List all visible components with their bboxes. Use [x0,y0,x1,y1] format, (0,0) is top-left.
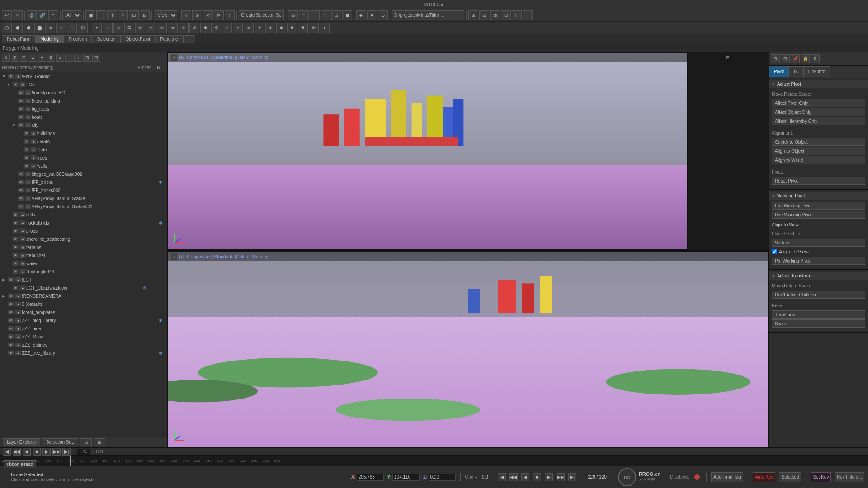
render-btn[interactable]: ◈ [356,10,366,20]
close-layer-btn[interactable]: ✕ [2,54,10,62]
tab-selection[interactable]: Selection [92,35,120,43]
mirror-btn[interactable]: ⊲ [203,10,213,20]
working-pivot-header[interactable]: Working Pivot [769,192,868,200]
tree-item-boats[interactable]: 👁 ● boats [0,113,167,121]
scale-btn[interactable]: ⊡ [129,10,139,20]
tab-object-paint[interactable]: Object Paint [121,35,155,43]
scale-btn2[interactable]: Scale [772,319,865,328]
graph-btn[interactable]: ≡ [299,10,309,20]
tree-item-default[interactable]: 👁 ● 0 (default) [0,300,167,308]
play-back-btn[interactable]: ◀ [23,448,31,456]
named-sel-btn[interactable]: ⊞ [288,10,298,20]
timeline-playhead[interactable] [70,456,71,466]
play-btn[interactable]: ▶ [42,448,51,456]
adjust-pivot-header[interactable]: Adjust Pivot [769,80,868,88]
vis-render[interactable]: ● [30,155,37,160]
vis-eye[interactable]: 👁 [18,114,24,120]
status-next-end-btn[interactable]: ▶| [568,473,576,481]
pin-working-pivot-btn[interactable]: Pin Working Pivot [772,257,865,265]
status-play-back-btn[interactable]: ◀ [521,473,529,481]
vis-eye[interactable]: 👁 [8,277,14,282]
expand-arrow[interactable]: ▼ [6,82,12,87]
mesh-tool9[interactable]: ✯ [179,23,189,33]
undo-btn[interactable]: ↩ [2,10,12,20]
affect-object-only-btn[interactable]: Affect Object Only [772,108,865,116]
layer-btn3[interactable]: ▲ [29,54,37,62]
sel-set-btn2[interactable]: ⊞ [94,438,105,446]
select-region-btn[interactable]: ⬚ [96,10,106,20]
tab-rebusfarm[interactable]: RebusFarm [2,35,35,43]
vis-eye[interactable]: 👁 [8,350,14,356]
tab-plus[interactable]: + [183,35,196,43]
vis-eye[interactable]: 👁 [18,188,24,193]
vis-render[interactable]: ● [30,139,37,144]
layer-explorer-tab[interactable]: Layer Explorer [3,438,40,446]
vis-eye[interactable]: 👁 [18,196,24,201]
tree-item-trebuchet[interactable]: 👁 ● trebuchet [0,251,167,259]
vis-render[interactable]: ● [19,261,26,266]
mesh-tool16[interactable]: ✶ [255,23,264,33]
tree-item-city[interactable]: ▼ 👁 ● city [0,121,167,129]
selected-btn[interactable]: Selected [779,472,801,482]
layer-btn9[interactable]: ⊞ [83,54,91,62]
mesh-tool2[interactable]: ✧ [103,23,113,33]
tree-item-zzz-tree-library[interactable]: 👁 ● ZZZ_tree_library ❄ [0,349,167,357]
vis-render[interactable]: ● [15,277,21,282]
mesh-tool17[interactable]: ✷ [265,23,275,33]
tree-item-forest-templates[interactable]: 👁 ● forest_templates [0,308,167,316]
vis-render[interactable]: ● [15,310,21,315]
transform-btn[interactable]: Transform [772,310,865,319]
vis-eye[interactable]: 👁 [18,171,24,177]
asset3-btn[interactable]: ⊠ [490,10,500,20]
status-next-key-btn[interactable]: ▶▶ [557,473,565,481]
vis-eye[interactable]: 👁 [23,139,29,144]
mesh-tool11[interactable]: ✱ [200,23,210,33]
vis-render[interactable]: ● [15,326,21,331]
mat-btn[interactable]: ● [367,10,377,20]
vis-eye[interactable]: 👁 [12,244,19,250]
tree-item-flockofbirds[interactable]: 👁 ● flockofbirds ❄ [0,219,167,227]
rp-tab-linkinfo[interactable]: Link Info [803,66,830,77]
vis-eye[interactable]: 👁 [12,285,19,291]
vis-render[interactable]: ● [19,244,26,250]
snap-btn[interactable]: ⊹ [181,10,191,20]
prev-key-btn[interactable]: ◀◀ [13,448,21,456]
vis-render[interactable]: ● [15,301,21,307]
tree-item-walls[interactable]: 👁 ● walls [0,162,167,170]
mesh-tool21[interactable]: ✻ [309,23,319,33]
edit-working-pivot-btn[interactable]: Edit Working Pivot [772,202,865,210]
center-to-object-btn[interactable]: Center to Object [772,138,865,146]
tree-item-props[interactable]: 👁 ● props [0,227,167,235]
layer-btn4[interactable]: ▼ [38,54,46,62]
vis-eye[interactable]: 👁 [8,334,14,339]
rp-icon-pin[interactable]: 📌 [791,54,800,63]
mesh-tool5[interactable]: ✫ [135,23,145,33]
select-scale-btn[interactable]: ⊞ [140,10,150,20]
vis-render[interactable]: ● [19,253,26,258]
affect-hierarchy-only-btn[interactable]: Affect Hierarchy Only [772,117,865,125]
redo-btn[interactable]: ↪ [13,10,23,20]
vis-render[interactable]: ● [30,131,37,136]
tree-item-buildings[interactable]: 👁 ● buildings [0,129,167,137]
z-input[interactable]: 0,00 [429,474,456,481]
mesh-tool4[interactable]: ✪ [124,23,134,33]
align2-btn[interactable]: ↕ [225,10,235,20]
tree-item-Gate[interactable]: 👁 ● Gate [0,145,167,154]
unlink-btn[interactable]: 🔗 [38,10,47,20]
vis-eye[interactable]: 👁 [8,74,14,79]
mesh-tool3[interactable]: ✩ [113,23,123,33]
mesh-tool19[interactable]: ✹ [287,23,297,33]
layer-btn6[interactable]: ≡ [56,54,64,62]
particle-btn[interactable]: ⊡ [331,10,341,20]
vis-render[interactable]: ● [15,350,21,356]
mode-dropdown[interactable]: All [62,10,81,20]
tree-item-trees[interactable]: 👁 ● trees [0,154,167,162]
vis-render[interactable]: ● [25,171,31,177]
frame-input[interactable]: 120 [77,449,90,455]
mesh-tool8[interactable]: ✮ [168,23,178,33]
vis-eye[interactable]: 👁 [12,261,19,266]
rp-tab-pivot[interactable]: Pivot [769,66,789,77]
vis-render[interactable]: ● [25,179,31,185]
mesh-btn1[interactable]: ⬡ [2,23,12,33]
tree-item-IENV_Gondor[interactable]: ▼ 👁 ● !ENV_Gondor [0,72,167,80]
